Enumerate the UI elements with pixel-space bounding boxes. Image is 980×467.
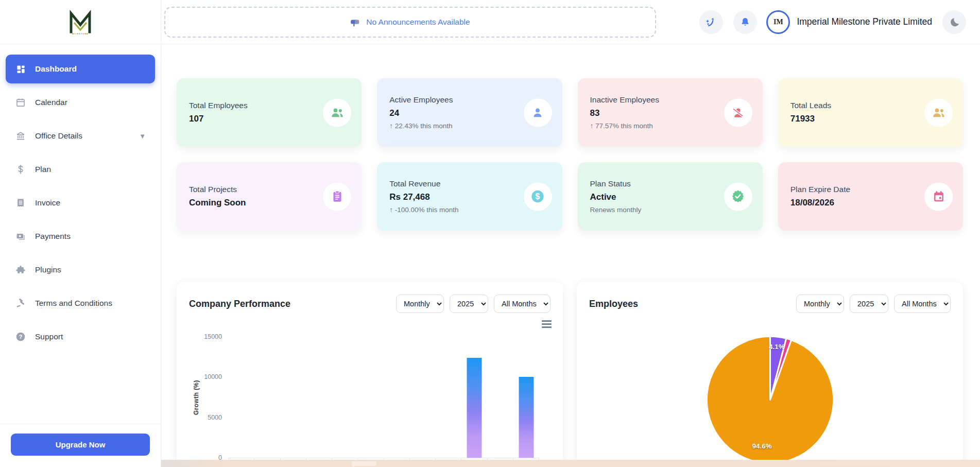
notifications-button[interactable] <box>733 10 757 34</box>
performance-filters: Monthly 2025 All Months <box>396 295 551 313</box>
stat-sub: ↑ 22.43% this month <box>389 122 517 130</box>
dollar-icon <box>15 164 26 175</box>
svg-text:MILESTONE: MILESTONE <box>72 32 89 35</box>
sidebar-item-label: Plan <box>35 165 51 174</box>
stat-card-inactive-employees: Inactive Employees 83 ↑ 77.57% this mont… <box>578 78 763 147</box>
stat-sub: ↑ 77.57% this month <box>590 122 717 130</box>
stat-sub: Renews monthly <box>590 206 717 214</box>
performance-year-select[interactable]: 2025 <box>450 295 488 313</box>
app-logo[interactable]: MILESTONE <box>0 0 161 44</box>
sidebar-item-dashboard[interactable]: Dashboard <box>6 55 155 83</box>
y-axis-label: Growth (%) <box>193 380 200 415</box>
stat-card-total-projects: Total Projects Coming Soon <box>177 162 362 231</box>
badge-check-icon <box>724 182 752 211</box>
chevron-down-icon[interactable]: ▼ <box>139 132 146 140</box>
bar[interactable] <box>519 377 534 458</box>
ai-assistant-button[interactable] <box>699 10 723 34</box>
sidebar-item-support[interactable]: ? Support <box>6 322 155 351</box>
stat-value: 83 <box>590 108 717 118</box>
stat-title: Active Employees <box>389 95 517 105</box>
company-performance-card: Company Performance Monthly 2025 All Mon… <box>177 282 563 467</box>
sidebar-item-label: Invoice <box>35 198 60 207</box>
stat-card-total-employees: Total Employees 107 <box>177 78 362 147</box>
sidebar-item-calendar[interactable]: Calendar <box>6 88 155 117</box>
sidebar-item-label: Office Details <box>35 131 82 141</box>
stats-grid: Total Employees 107 Active Employees 24 … <box>177 78 963 231</box>
y-tick-label: 10000 <box>204 373 222 380</box>
receipt-icon <box>15 197 26 209</box>
gavel-icon <box>15 298 26 309</box>
dollar-circle-icon: $ <box>524 182 552 211</box>
stat-value: 71933 <box>790 114 918 124</box>
charts-row: Company Performance Monthly 2025 All Mon… <box>177 282 963 467</box>
stat-value: Rs 27,468 <box>389 192 517 202</box>
question-circle-icon: ? <box>15 331 26 342</box>
stat-card-total-leads: Total Leads 71933 <box>778 78 963 147</box>
bar[interactable] <box>467 358 482 458</box>
stat-card-active-employees: Active Employees 24 ↑ 22.43% this month <box>377 78 562 147</box>
cutoff-content <box>352 461 376 466</box>
mailbox-icon <box>350 18 362 27</box>
stat-card-total-revenue: Total Revenue Rs 27,468 ↑ -100.00% this … <box>377 162 562 231</box>
y-tick-label: 5000 <box>208 414 222 421</box>
employees-pie-chart: 4.1%94.6% <box>705 335 835 465</box>
svg-text:?: ? <box>19 334 23 340</box>
stat-value: 24 <box>389 108 517 118</box>
performance-month-select[interactable]: All Months <box>494 295 551 313</box>
bank-icon <box>15 130 26 142</box>
performance-interval-select[interactable]: Monthly <box>396 295 444 313</box>
sidebar-item-label: Plugins <box>35 265 61 274</box>
company-logo-avatar[interactable]: IM <box>766 10 790 34</box>
puzzle-icon <box>15 264 26 275</box>
stat-card-plan-status: Plan Status Active Renews monthly <box>578 162 763 231</box>
pie-data-label: 4.1% <box>769 342 785 350</box>
employees-interval-select[interactable]: Monthly <box>796 295 844 313</box>
sidebar-item-plugins[interactable]: Plugins <box>6 255 155 284</box>
sidebar-item-terms[interactable]: Terms and Conditions <box>6 289 155 318</box>
stat-title: Plan Status <box>590 179 717 188</box>
user-icon <box>524 98 552 127</box>
upgrade-now-button[interactable]: Upgrade Now <box>11 434 150 456</box>
sidebar-item-payments[interactable]: Payments <box>6 222 155 251</box>
clipboard-icon <box>323 182 351 211</box>
stat-value: 18/08/2026 <box>790 198 918 208</box>
moon-icon <box>949 16 960 28</box>
employees-month-select[interactable]: All Months <box>894 295 951 313</box>
stat-title: Total Leads <box>790 101 918 110</box>
theme-toggle-button[interactable] <box>942 10 966 34</box>
chart-title: Company Performance <box>189 299 290 309</box>
sidebar-item-label: Payments <box>35 232 71 241</box>
stat-title: Total Projects <box>189 185 316 194</box>
stat-value: Active <box>590 192 717 202</box>
svg-text:$: $ <box>536 192 540 201</box>
bar-series <box>228 337 539 458</box>
employees-year-select[interactable]: 2025 <box>850 295 888 313</box>
sidebar: MILESTONE Dashboard Calendar Office Deta… <box>0 0 161 467</box>
pie-data-label: 94.6% <box>752 442 771 450</box>
stat-title: Total Revenue <box>389 179 517 188</box>
sidebar-item-plan[interactable]: Plan <box>6 155 155 184</box>
top-bar: No Announcements Available IM Imperial M… <box>161 0 980 44</box>
chart-menu-icon[interactable] <box>542 320 552 328</box>
calendar-event-icon <box>924 182 953 211</box>
y-tick-label: 15000 <box>204 333 222 340</box>
calendar-icon <box>15 97 26 108</box>
company-name: Imperial Milestone Private Limited <box>797 16 932 27</box>
stat-value: 107 <box>189 114 316 124</box>
dashboard-icon <box>15 63 26 75</box>
announcement-banner: No Announcements Available <box>164 7 656 38</box>
announcement-text: No Announcements Available <box>366 18 470 27</box>
sidebar-item-label: Support <box>35 332 63 341</box>
employees-chart-card: Employees Monthly 2025 All Months 4.1%94… <box>577 282 963 467</box>
sidebar-item-office-details[interactable]: Office Details ▼ <box>6 122 155 150</box>
users-icon <box>323 98 351 127</box>
sidebar-item-invoice[interactable]: Invoice <box>6 188 155 217</box>
stat-title: Plan Expire Date <box>790 185 918 194</box>
company-logo-monogram: IM <box>773 18 783 26</box>
sidebar-nav: Dashboard Calendar Office Details ▼ Plan <box>0 44 161 351</box>
dashboard-content: Total Employees 107 Active Employees 24 … <box>161 44 980 467</box>
payment-card-icon <box>15 231 26 242</box>
user-slash-icon <box>724 98 752 127</box>
sidebar-item-label: Dashboard <box>35 64 77 74</box>
sparkle-arrow-icon <box>705 16 717 28</box>
